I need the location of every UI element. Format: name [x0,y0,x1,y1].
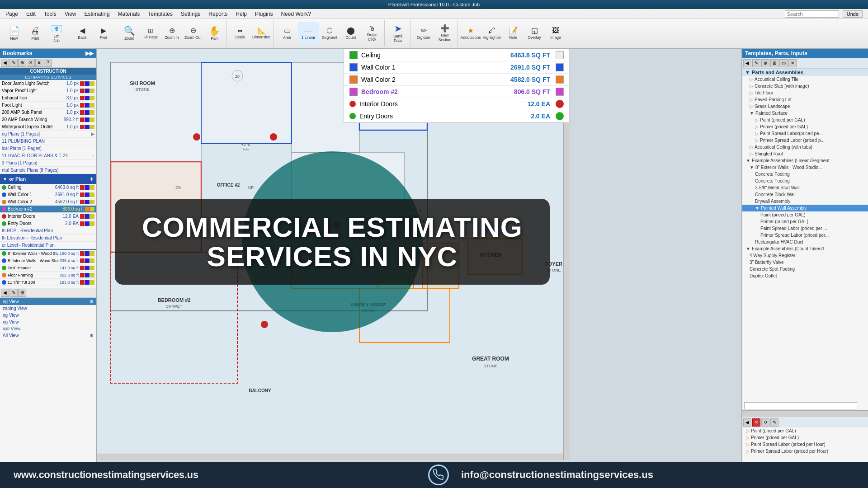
zoom-button[interactable]: 🔍Zoom [119,22,140,45]
zoom-out-button[interactable]: ⊖Zoom Out [183,22,203,45]
menu-plugins[interactable]: Plugins [251,10,276,18]
image-button[interactable]: 🖼Image [545,22,566,45]
right-tree-item[interactable]: ▷ Concrete Slab (with image) [742,83,868,89]
list-item[interactable]: ng Plans [1 Pages] ▶ [0,131,96,138]
right-tree-item[interactable]: ▷ Paint (priced per GAL) [742,117,868,123]
right-tree-item[interactable]: Drywall Assembly [742,198,868,205]
right-tree-item[interactable]: Primer Spread Labor (priced per... [742,232,868,239]
send-data-button[interactable]: ➤SendData [387,22,408,45]
area-button[interactable]: ▭Area [277,22,297,45]
list-item[interactable]: ical Plans [1 Pages] [0,145,96,152]
right-tree-item[interactable]: ▼ 8" Exterior Walls - Wood Studio... [742,164,868,171]
right-tree-item[interactable]: ▷ Tile Floor [742,89,868,96]
floor-plan-item-bedroom2[interactable]: Bedroom #2 806.0 sq ft [0,206,96,213]
right-tree-item[interactable]: ▷ Paint Spread Labor(priced pe... [742,130,868,137]
right-tree-item[interactable]: 4 Way Supply Register [742,252,868,259]
close-panel-icon[interactable]: ▶▶ [85,50,94,56]
menu-reports[interactable]: Reports [205,10,231,18]
right-tree-item[interactable]: Duplex Outlet [742,272,868,279]
right-search-input[interactable] [744,402,857,409]
panel-bottom-btn-2[interactable]: ✎ [9,289,18,297]
right-tree-item[interactable]: ▷ Primer Spread Labor (priced p... [742,137,868,144]
panel-btn-1[interactable]: ◀ [1,59,9,67]
right-tree-item[interactable]: ▷ Grass Landscape [742,103,868,110]
right-tree-section[interactable]: ▼ Example Assemblies (Count Takeoff [742,245,868,252]
view-item-ng[interactable]: ng View ⚙ [0,298,96,305]
right-tree-section[interactable]: ▼ Example Assemblies (Linear /Segment [742,157,868,164]
list-item[interactable]: Exhaust Fan 3.0 px [0,94,96,102]
right-panel-hscroll[interactable] [742,410,868,417]
right-btn-5[interactable]: ▭ [779,59,788,67]
takeoff-row-entrydoors[interactable]: Entry Doors 2.0 EA [344,110,569,122]
right-tree-item[interactable]: ▷ Primer (priced per GAL) [742,123,868,130]
entrydoors-swatch[interactable] [556,112,564,120]
annotations-button[interactable]: ★Annotations [460,22,481,45]
view-item-ng2[interactable]: ng View [0,312,96,319]
right-tree-item[interactable]: ▼ Painted Surface [742,110,868,117]
right-tree-item[interactable]: ▷ Acoustical Ceiling Tile [742,76,868,83]
right-tree-item[interactable]: Paint Spread Labor (priced per ... [742,225,868,232]
dimension-button[interactable]: 📐Dimension [251,22,272,45]
right-bottom-item[interactable]: ▷ Primer Spread Labor (priced per Hour) [742,448,868,455]
menu-tools[interactable]: Tools [40,10,60,18]
wall-item[interactable]: 8" Exterior Walls - Wood Stu... 160.0 sq… [0,250,96,257]
right-tree-item[interactable]: Concrete Footing [742,178,868,184]
forward-button[interactable]: ▶Fwd [93,22,114,45]
menu-templates[interactable]: Templates [144,10,176,18]
right-bottom-item[interactable]: ▷ Primer (priced per GAL) [742,434,868,441]
search-input[interactable] [785,10,839,18]
wall-item[interactable]: Floor Framing 262.6 sq ft [0,272,96,279]
floor-plan-item-ceiling[interactable]: Ceiling 6463.8 sq ft [0,184,96,191]
new-section-button[interactable]: ➕NewSection [434,22,455,45]
list-item[interactable]: 20 AMP Branch Wiring 890.2 ft [0,116,96,123]
menu-materials[interactable]: Materials [114,10,144,18]
list-item[interactable]: Waterproof Duplex Outlet 1.0 px [0,123,96,131]
list-item[interactable]: 11 HVAC FLOOR PLANS & T-24 + [0,152,96,160]
bedroom2-swatch[interactable] [556,88,564,96]
right-tree-item[interactable]: Primer (priced per GAL) [742,218,868,225]
right-bottom-btn-2[interactable]: ✕ [752,418,760,427]
right-tree-item[interactable]: Concrete Block Wall [742,191,868,198]
right-tree-item[interactable]: 3" Butterfly Valve [742,259,868,266]
view-item-ical[interactable]: ical View [0,325,96,332]
panel-btn-5[interactable]: ≡ [35,59,43,67]
horizontal-scrollbar[interactable] [97,454,563,460]
list-item[interactable]: Door Jamb Light Switch 1.0 px [0,80,96,87]
wall-item[interactable]: 8" Interior Walls - Wood Stud 338.4 sq f… [0,257,96,264]
right-tree-item[interactable]: Concrete Footing [742,171,868,178]
menu-needwork[interactable]: Need Work? [277,10,314,18]
new-button[interactable]: 📄New [4,22,24,45]
wall-item[interactable]: 11 7/8" TJI 200 183.0 sq ft [0,279,96,286]
right-tree-item[interactable]: ▷ Shingled Roof [742,150,868,157]
linear-button[interactable]: —1 Linear [298,22,319,45]
takeoff-row-wallcolor1[interactable]: Wall Color 1 2691.0 SQ FT [344,61,569,74]
right-btn-3[interactable]: ⊕ [761,59,769,67]
scale-button[interactable]: ⇔Scale [230,22,250,45]
menu-settings[interactable]: Settings [177,10,204,18]
takeoff-row-wallcolor2[interactable]: Wall Color 2 4582.0 SQ FT [344,74,569,86]
intdoors-swatch[interactable] [556,100,564,108]
right-tree-item[interactable]: ▷ Paved Parking Lot [742,96,868,103]
right-bottom-btn-4[interactable]: ✎ [770,418,778,427]
panel-bottom-btn-3[interactable]: ⊞ [18,289,26,297]
menu-view[interactable]: View [61,10,80,18]
ceiling-color-swatch[interactable] [556,51,564,59]
list-item[interactable]: 11 PLUMBING PLAN [0,138,96,145]
right-btn-6[interactable]: ✕ [788,59,797,67]
panel-bottom-btn-1[interactable]: ◀ [1,289,9,297]
menu-page[interactable]: Page [2,10,22,18]
all-view-settings-icon[interactable]: ⚙ [90,333,94,338]
list-item[interactable]: Foot Light 1.0 px [0,102,96,109]
right-tree-item[interactable]: Paint (priced per GAL) [742,211,868,218]
highlighter-button[interactable]: 🖊Highlighter [481,22,502,45]
right-bottom-item[interactable]: ▷ Paint Spread Labor (priced per Hour) [742,441,868,448]
right-tree-item[interactable]: Rectangular HVAC Duct [742,239,868,245]
list-item[interactable]: th RCP - Residential Plan [0,227,96,235]
email-button[interactable]: 📧EmJob [46,22,67,45]
note-button[interactable]: 📝Note [503,22,524,45]
wall-item[interactable]: 2x10 Header 141.0 sq ft [0,264,96,272]
list-item[interactable]: ntal Sample Plans [8 Pages] [0,167,96,174]
list-item[interactable]: 3 Plans [1 Pages] [0,160,96,167]
floor-plan-item-wallcolor1[interactable]: Wall Color 1 2691.0 sq ft [0,191,96,198]
single-click-button[interactable]: 🖱SingleClick [362,22,382,45]
